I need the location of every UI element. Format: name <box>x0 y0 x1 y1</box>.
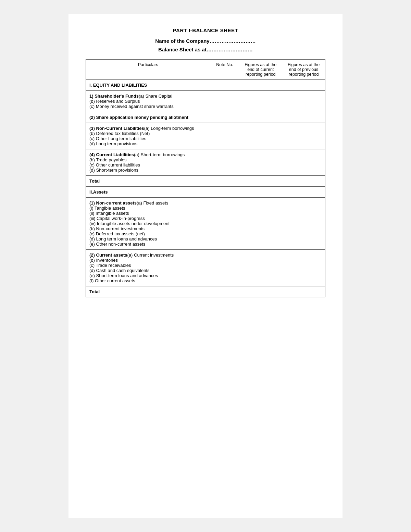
cell-figures-prev <box>282 149 325 176</box>
cell-figures-prev <box>282 187 325 198</box>
cell-figures-current <box>239 112 282 123</box>
balance-sheet-table: Particulars Note No. Figures as at the e… <box>86 59 325 297</box>
table-row: (4) Current Liabilities(a) Short-term bo… <box>86 149 325 176</box>
cell-note-no <box>210 112 239 123</box>
cell-particulars: (3) Non-Current Liabilities(a) Long-term… <box>86 123 210 149</box>
cell-particulars: Total <box>86 176 210 187</box>
cell-note-no <box>210 286 239 297</box>
page-title: PART I-BALANCE SHEET <box>86 27 325 33</box>
table-row: Total <box>86 286 325 297</box>
table-row: II.Assets <box>86 187 325 198</box>
table-row: (2) Share application money pending allo… <box>86 112 325 123</box>
cell-figures-current <box>239 80 282 91</box>
cell-figures-prev <box>282 80 325 91</box>
cell-note-no <box>210 187 239 198</box>
table-row: (1) Non-current assets(a) Fixed assets(i… <box>86 198 325 250</box>
cell-note-no <box>210 176 239 187</box>
cell-particulars: 1) Shareholder's Funds(a) Share Capital(… <box>86 91 210 112</box>
cell-figures-current <box>239 187 282 198</box>
cell-figures-current <box>239 286 282 297</box>
cell-note-no <box>210 123 239 149</box>
cell-figures-prev <box>282 123 325 149</box>
cell-figures-current <box>239 198 282 250</box>
cell-particulars: II.Assets <box>86 187 210 198</box>
cell-particulars: I. EQUITY AND LIABILITIES <box>86 80 210 91</box>
company-name-subtitle: Name of the Company……………………… <box>86 38 325 44</box>
cell-figures-prev <box>282 112 325 123</box>
header-figures-current: Figures as at the end of current reporti… <box>239 60 282 80</box>
cell-particulars: (2) Current assets(a) Current investment… <box>86 250 210 286</box>
table-row: Total <box>86 176 325 187</box>
cell-figures-current <box>239 91 282 112</box>
cell-note-no <box>210 198 239 250</box>
cell-particulars: (4) Current Liabilities(a) Short-term bo… <box>86 149 210 176</box>
cell-figures-current <box>239 176 282 187</box>
cell-note-no <box>210 149 239 176</box>
page-container: PART I-BALANCE SHEET Name of the Company… <box>68 14 342 518</box>
cell-figures-prev <box>282 176 325 187</box>
header-note-no: Note No. <box>210 60 239 80</box>
cell-note-no <box>210 91 239 112</box>
cell-particulars: (2) Share application money pending allo… <box>86 112 210 123</box>
cell-figures-current <box>239 123 282 149</box>
cell-particulars: (1) Non-current assets(a) Fixed assets(i… <box>86 198 210 250</box>
cell-figures-current <box>239 149 282 176</box>
table-row: (3) Non-Current Liabilities(a) Long-term… <box>86 123 325 149</box>
cell-figures-prev <box>282 198 325 250</box>
header-particulars: Particulars <box>86 60 210 80</box>
cell-figures-prev <box>282 250 325 286</box>
cell-note-no <box>210 250 239 286</box>
cell-figures-prev <box>282 91 325 112</box>
table-row: (2) Current assets(a) Current investment… <box>86 250 325 286</box>
cell-figures-prev <box>282 286 325 297</box>
table-row: I. EQUITY AND LIABILITIES <box>86 80 325 91</box>
cell-note-no <box>210 80 239 91</box>
cell-figures-current <box>239 250 282 286</box>
balance-sheet-subtitle: Balance Sheet as at……………………… <box>86 47 325 52</box>
cell-particulars: Total <box>86 286 210 297</box>
table-row: 1) Shareholder's Funds(a) Share Capital(… <box>86 91 325 112</box>
header-figures-prev: Figures as at the end of previous report… <box>282 60 325 80</box>
